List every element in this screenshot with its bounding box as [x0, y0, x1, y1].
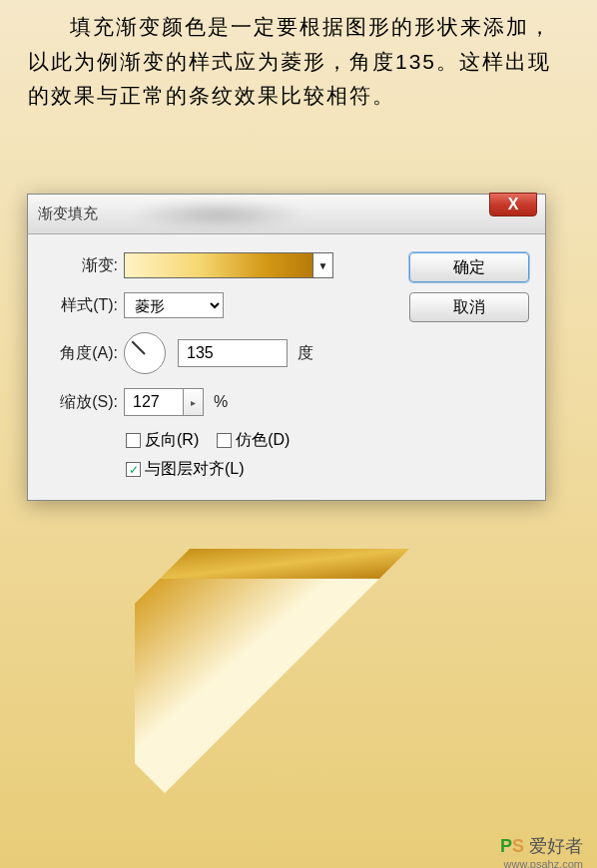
ok-button[interactable]: 确定	[409, 252, 529, 282]
gradient-row: 渐变: ▼	[44, 252, 391, 278]
close-button[interactable]: X	[489, 193, 537, 217]
dither-checkbox	[217, 433, 232, 448]
align-checkbox: ✓	[126, 462, 141, 477]
chevron-down-icon: ▼	[318, 260, 328, 271]
align-label: 与图层对齐(L)	[145, 459, 245, 480]
angle-row: 角度(A): 度	[44, 332, 391, 374]
watermark: PS 爱好者	[500, 834, 583, 858]
cancel-button[interactable]: 取消	[409, 292, 529, 322]
scale-label: 缩放(S):	[44, 392, 118, 413]
gradient-label: 渐变:	[44, 255, 118, 276]
scale-row: 缩放(S): ▸ %	[44, 388, 391, 416]
style-row: 样式(T): 菱形	[44, 292, 391, 318]
reverse-checkbox	[126, 433, 141, 448]
titlebar-blur	[128, 200, 307, 229]
watermark-p: P	[500, 836, 512, 856]
chevron-right-icon: ▸	[191, 397, 196, 408]
dither-label: 仿色(D)	[236, 430, 290, 451]
gradient-swatch[interactable]	[124, 252, 313, 278]
svg-marker-1	[135, 579, 379, 793]
description-text: 填充渐变颜色是一定要根据图形的形状来添加，以此为例渐变的样式应为菱形，角度135…	[0, 0, 597, 114]
ribbon-graphic	[130, 549, 449, 848]
scale-unit: %	[214, 393, 228, 411]
dialog-body: 渐变: ▼ 样式(T): 菱形 角度(A): 度	[28, 234, 545, 500]
fields-column: 渐变: ▼ 样式(T): 菱形 角度(A): 度	[44, 252, 391, 480]
dialog-titlebar: 渐变填充 X	[28, 195, 545, 234]
watermark-url: www.psahz.com	[504, 858, 583, 868]
watermark-text: 爱好者	[529, 836, 583, 856]
side-buttons: 确定 取消	[409, 252, 529, 480]
check-row-1: 反向(R) 仿色(D)	[126, 430, 391, 451]
dither-checkbox-item[interactable]: 仿色(D)	[217, 430, 290, 451]
dialog-title: 渐变填充	[38, 205, 98, 223]
gradient-dropdown-button[interactable]: ▼	[313, 252, 333, 278]
scale-stepper[interactable]: ▸	[184, 388, 204, 416]
angle-pointer	[132, 341, 146, 355]
gradient-fill-dialog: 渐变填充 X 渐变: ▼ 样式(T): 菱形 角度(A):	[27, 194, 546, 501]
style-label: 样式(T):	[44, 295, 118, 316]
align-checkbox-item[interactable]: ✓ 与图层对齐(L)	[126, 459, 391, 480]
close-icon: X	[508, 196, 519, 214]
reverse-checkbox-item[interactable]: 反向(R)	[126, 430, 199, 451]
angle-label: 角度(A):	[44, 343, 118, 364]
watermark-s: S	[512, 836, 524, 856]
scale-input[interactable]	[124, 388, 184, 416]
checkbox-group: 反向(R) 仿色(D) ✓ 与图层对齐(L)	[126, 430, 391, 480]
svg-marker-0	[160, 549, 409, 579]
style-select[interactable]: 菱形	[124, 292, 224, 318]
angle-input[interactable]	[178, 339, 288, 367]
angle-dial[interactable]	[124, 332, 166, 374]
reverse-label: 反向(R)	[145, 430, 199, 451]
angle-unit: 度	[298, 343, 313, 364]
